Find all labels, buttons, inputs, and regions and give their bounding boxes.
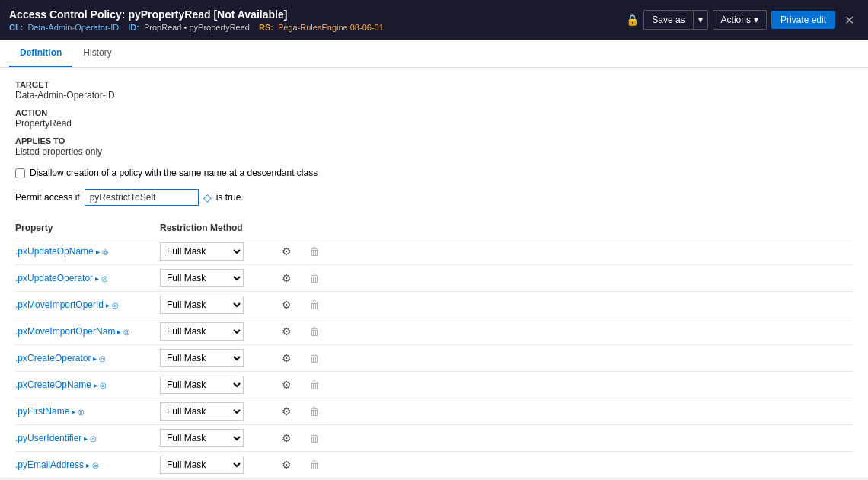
property-info-icon[interactable]: ◎ — [99, 354, 106, 363]
property-arrow-icon[interactable]: ▸ — [106, 301, 110, 309]
property-info-icon[interactable]: ◎ — [90, 434, 97, 443]
target-value: Data-Admin-Operator-ID — [15, 90, 853, 101]
delete-icon[interactable]: 🗑 — [309, 405, 320, 418]
window-title: Access Control Policy: pyPropertyRead [N… — [9, 8, 384, 21]
save-caret-button[interactable]: ▾ — [693, 10, 708, 30]
restriction-select[interactable]: Full MaskPartial MaskNo AccessRead Only — [160, 429, 244, 447]
table-row: .pxMoveImportOperId ▸ ◎ Full MaskPartial… — [15, 292, 853, 318]
col-header-restriction: Restriction Method — [160, 218, 282, 238]
header-actions: 🔒 Save as ▾ Actions ▾ Private edit ✕ — [626, 10, 859, 30]
restriction-select[interactable]: Full MaskPartial MaskNo AccessRead Only — [160, 322, 244, 341]
table-row: .pxUpdateOperator ▸ ◎ Full MaskPartial M… — [15, 265, 853, 292]
property-info-icon[interactable]: ◎ — [112, 301, 119, 309]
gear-icon[interactable]: ⚙ — [282, 325, 292, 338]
delete-icon[interactable]: 🗑 — [309, 299, 320, 311]
property-name: .pxCreateOpName — [15, 379, 91, 390]
cl-label: CL: Data-Admin-Operator-ID — [9, 23, 119, 32]
private-edit-button[interactable]: Private edit — [771, 11, 835, 29]
action-section: ACTION PropertyRead — [15, 108, 853, 129]
id-label: ID: PropRead • pyPropertyRead — [128, 23, 250, 32]
delete-icon[interactable]: 🗑 — [309, 432, 320, 444]
header: Access Control Policy: pyPropertyRead [N… — [0, 0, 868, 40]
delete-icon[interactable]: 🗑 — [309, 325, 320, 338]
tab-history[interactable]: History — [72, 40, 122, 67]
permit-input[interactable] — [85, 189, 199, 206]
tab-definition[interactable]: Definition — [9, 40, 72, 67]
property-arrow-icon[interactable]: ▸ — [86, 461, 90, 469]
permit-row: Permit access if ◇ is true. — [15, 189, 853, 206]
applies-value: Listed properties only — [15, 146, 853, 157]
permit-suffix: is true. — [216, 192, 244, 203]
table-row: .pxUpdateOpName ▸ ◎ Full MaskPartial Mas… — [15, 238, 853, 265]
disallow-checkbox-row: Disallow creation of a policy with the s… — [15, 168, 853, 178]
property-name: .pxUpdateOperator — [15, 273, 93, 283]
gear-icon[interactable]: ⚙ — [282, 379, 292, 391]
gear-icon[interactable]: ⚙ — [282, 459, 292, 471]
permit-prefix: Permit access if — [15, 192, 80, 203]
property-name: .pxMoveImportOperNam — [15, 326, 115, 337]
property-info-icon[interactable]: ◎ — [123, 328, 130, 336]
property-name: .pyEmailAddress — [15, 459, 84, 470]
property-arrow-icon[interactable]: ▸ — [72, 408, 75, 416]
restriction-select[interactable]: Full MaskPartial MaskNo AccessRead Only — [160, 269, 244, 287]
property-info-icon[interactable]: ◎ — [102, 248, 109, 256]
restriction-select[interactable]: Full MaskPartial MaskNo AccessRead Only — [160, 296, 244, 314]
target-section: TARGET Data-Admin-Operator-ID — [15, 80, 853, 101]
gear-icon[interactable]: ⚙ — [282, 432, 292, 444]
gear-icon[interactable]: ⚙ — [282, 245, 292, 258]
col-header-property: Property — [15, 218, 160, 238]
restriction-select[interactable]: Full MaskPartial MaskNo AccessRead Only — [160, 456, 244, 474]
restriction-select[interactable]: Full MaskPartial MaskNo AccessRead Only — [160, 349, 244, 367]
table-row: .pyFirstName ▸ ◎ Full MaskPartial MaskNo… — [15, 398, 853, 425]
disallow-checkbox[interactable] — [15, 168, 25, 178]
property-arrow-icon[interactable]: ▸ — [93, 354, 97, 363]
property-arrow-icon[interactable]: ▸ — [95, 274, 99, 283]
header-meta: CL: Data-Admin-Operator-ID ID: PropRead … — [9, 23, 384, 32]
applies-section: APPLIES TO Listed properties only — [15, 136, 853, 157]
close-button[interactable]: ✕ — [840, 11, 859, 29]
actions-button[interactable]: Actions ▾ — [713, 10, 767, 30]
gear-icon[interactable]: ⚙ — [282, 272, 292, 284]
property-name: .pxMoveImportOperId — [15, 299, 104, 310]
property-name: .pxCreateOperator — [15, 353, 91, 363]
gear-icon[interactable]: ⚙ — [282, 352, 292, 364]
table-row: .pxMoveImportOperNam ▸ ◎ Full MaskPartia… — [15, 318, 853, 345]
header-left: Access Control Policy: pyPropertyRead [N… — [9, 8, 384, 32]
property-arrow-icon[interactable]: ▸ — [84, 434, 88, 443]
gear-icon[interactable]: ⚙ — [282, 299, 292, 311]
content-area: TARGET Data-Admin-Operator-ID ACTION Pro… — [0, 68, 868, 478]
property-arrow-icon[interactable]: ▸ — [117, 328, 121, 336]
property-arrow-icon[interactable]: ▸ — [94, 381, 97, 389]
save-as-button[interactable]: Save as — [643, 10, 692, 30]
property-info-icon[interactable]: ◎ — [78, 408, 85, 416]
delete-icon[interactable]: 🗑 — [309, 379, 320, 391]
property-name: .pyUserIdentifier — [15, 433, 81, 443]
disallow-label: Disallow creation of a policy with the s… — [30, 168, 318, 178]
property-table: Property Restriction Method .pxUpdateOpN… — [15, 218, 853, 478]
rs-label: RS: Pega-RulesEngine:08-06-01 — [259, 23, 384, 32]
property-info-icon[interactable]: ◎ — [100, 381, 107, 389]
restriction-select[interactable]: Full MaskPartial MaskNo AccessRead Only — [160, 376, 244, 394]
property-info-icon[interactable]: ◎ — [101, 274, 108, 283]
delete-icon[interactable]: 🗑 — [309, 245, 320, 258]
gear-icon[interactable]: ⚙ — [282, 405, 292, 418]
restriction-select[interactable]: Full MaskPartial MaskNo AccessRead Only — [160, 242, 244, 261]
property-name: .pxUpdateOpName — [15, 246, 94, 257]
delete-icon[interactable]: 🗑 — [309, 272, 320, 284]
property-name: .pyFirstName — [15, 406, 69, 417]
table-row: .pyUserIdentifier ▸ ◎ Full MaskPartial M… — [15, 425, 853, 452]
restriction-select[interactable]: Full MaskPartial MaskNo AccessRead Only — [160, 402, 244, 421]
actions-caret-icon: ▾ — [754, 14, 758, 25]
delete-icon[interactable]: 🗑 — [309, 352, 320, 364]
save-split-button[interactable]: Save as ▾ — [643, 10, 707, 30]
action-label: ACTION — [15, 108, 853, 117]
table-row: .pyEmailAddress ▸ ◎ Full MaskPartial Mas… — [15, 452, 853, 478]
table-row: .pxCreateOpName ▸ ◎ Full MaskPartial Mas… — [15, 372, 853, 398]
property-info-icon[interactable]: ◎ — [92, 461, 99, 469]
tab-bar: Definition History — [0, 40, 868, 68]
property-arrow-icon[interactable]: ▸ — [96, 248, 100, 256]
lock-icon: 🔒 — [626, 14, 639, 26]
table-row: .pxCreateOperator ▸ ◎ Full MaskPartial M… — [15, 345, 853, 372]
delete-icon[interactable]: 🗑 — [309, 459, 320, 471]
applies-label: APPLIES TO — [15, 136, 853, 146]
